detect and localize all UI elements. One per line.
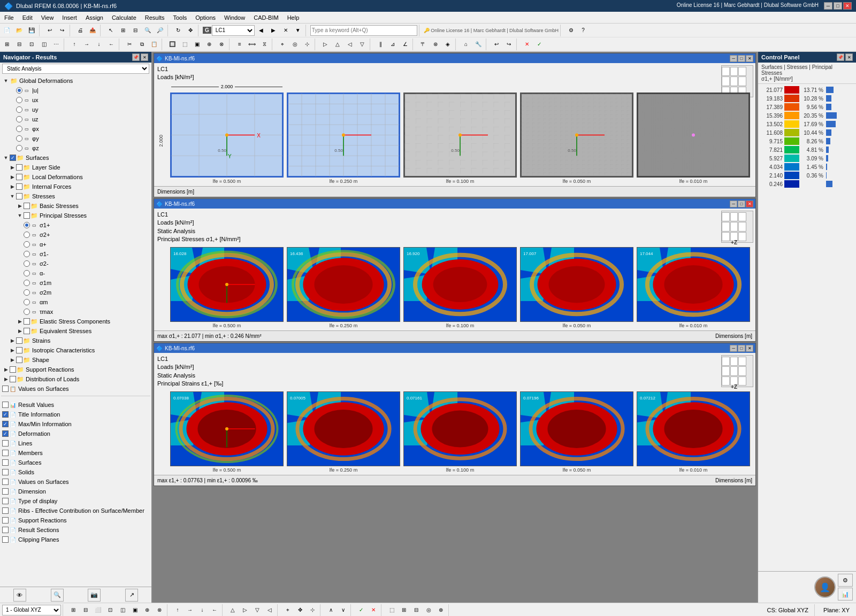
tb-open[interactable]: 📂 — [13, 25, 25, 36]
radio-uy[interactable] — [16, 106, 22, 113]
cp-btn-2[interactable]: 📊 — [838, 588, 853, 600]
tree-solids[interactable]: 📄 Solids — [1, 467, 150, 477]
radio-uz[interactable] — [16, 116, 22, 122]
tb-export[interactable]: 📤 — [87, 25, 98, 36]
nav-dropdown[interactable]: Static Analysis — [2, 64, 149, 74]
check-members[interactable] — [2, 450, 9, 456]
tb2-7[interactable]: → — [81, 38, 93, 50]
bt-x[interactable]: ✕ — [368, 604, 379, 616]
tree-tmax[interactable]: ▭ τmax — [1, 307, 150, 317]
bt-1[interactable]: ⊞ — [67, 604, 79, 616]
bt-3[interactable]: ⬜ — [92, 604, 104, 616]
tree-shape[interactable]: ▶ 📁 Shape — [1, 355, 150, 365]
radio-phiz[interactable] — [16, 145, 22, 151]
bt-24[interactable]: ⊟ — [410, 604, 422, 616]
tb2-15[interactable]: ▣ — [191, 38, 203, 50]
tree-equiv-stress[interactable]: ▶ 📁 Equivalent Stresses — [1, 326, 150, 336]
radio-s1mm[interactable] — [24, 280, 30, 286]
bt-18[interactable]: ✥ — [294, 604, 306, 616]
tree-s1m[interactable]: ▭ σ1- — [1, 249, 150, 259]
check-lines[interactable] — [2, 440, 9, 446]
check-result-values[interactable] — [2, 402, 9, 408]
tb2-9[interactable]: ← — [105, 38, 117, 50]
tree-phiz[interactable]: ▭ φz — [1, 143, 150, 153]
tb2-21[interactable]: ⌖ — [277, 38, 288, 50]
tree-internal-forces[interactable]: ▶ 📁 Internal Forces — [1, 182, 150, 191]
tb2-20[interactable]: ⧖ — [258, 38, 270, 50]
panel-stresses-close[interactable]: ✕ — [746, 201, 753, 207]
tree-ribs[interactable]: 📄 Ribs - Effective Contribution on Surfa… — [1, 506, 150, 515]
bt-2[interactable]: ⊟ — [80, 604, 91, 616]
tree-type-display[interactable]: 📄 Type of display — [1, 496, 150, 506]
check-type-display[interactable] — [2, 498, 9, 504]
menu-help[interactable]: Help — [283, 12, 304, 23]
tb2-24[interactable]: ▷ — [319, 38, 331, 50]
tree-s2m[interactable]: ▭ σ2- — [1, 259, 150, 268]
bt-21[interactable]: ∨ — [337, 604, 349, 616]
tree-result-values[interactable]: 📊 Result Values — [1, 400, 150, 410]
tb-settings[interactable]: ⚙ — [565, 25, 577, 36]
bt-6[interactable]: ▣ — [129, 604, 141, 616]
check-values-on-surf[interactable] — [2, 479, 9, 485]
tb2-undo2[interactable]: ↩ — [491, 38, 502, 50]
lc-combo[interactable]: LC1 — [212, 25, 255, 36]
coord-system-select[interactable]: 1 - Global XYZ — [2, 605, 61, 615]
tb2-cp[interactable]: 🔧 — [472, 38, 484, 50]
tree-amm[interactable]: ▭ αm — [1, 297, 150, 307]
bt-16[interactable]: ◁ — [264, 604, 276, 616]
tb-zoom-in[interactable]: 🔍 — [142, 25, 154, 36]
menu-insert[interactable]: Insert — [58, 12, 81, 23]
radio-s2mm[interactable] — [24, 289, 30, 296]
check-shape[interactable] — [16, 357, 22, 363]
bt-25[interactable]: ◎ — [423, 604, 434, 616]
search-input[interactable] — [310, 25, 417, 36]
tb2-30[interactable]: ∠ — [399, 38, 411, 50]
tb-filter[interactable]: ▼ — [292, 25, 304, 36]
tb-move[interactable]: ✥ — [185, 25, 196, 36]
check-dist-loads[interactable] — [10, 376, 16, 382]
check-clipping[interactable] — [2, 536, 9, 543]
nav-close[interactable]: ✕ — [141, 53, 148, 61]
panel-loads-max[interactable]: □ — [738, 55, 745, 62]
tb2-28[interactable]: ∥ — [374, 38, 386, 50]
tree-maxmin-info[interactable]: ✓ 📄 Max/Min Information — [1, 419, 150, 429]
bt-7[interactable]: ⊕ — [141, 604, 153, 616]
menu-results[interactable]: Results — [141, 12, 169, 23]
radio-u-abs[interactable] — [16, 87, 22, 94]
tb-redo[interactable]: ↪ — [56, 25, 68, 36]
check-internal-forces[interactable] — [16, 183, 22, 190]
check-maxmin-info[interactable]: ✓ — [2, 421, 9, 427]
check-isotropic[interactable] — [16, 347, 22, 353]
nav-cam[interactable]: 📷 — [88, 589, 101, 602]
tb-rotate[interactable]: ↻ — [172, 25, 184, 36]
tb2-16[interactable]: ⊕ — [203, 38, 215, 50]
bt-19[interactable]: ⊹ — [307, 604, 318, 616]
radio-phix[interactable] — [16, 126, 22, 132]
check-principal-stresses[interactable] — [24, 212, 30, 219]
tb2-31[interactable]: 〒 — [417, 38, 429, 50]
tree-title-info[interactable]: ✓ 📄 Title Information — [1, 410, 150, 419]
tree-support-react[interactable]: ▶ 📁 Support Reactions — [1, 365, 150, 374]
check-stresses[interactable] — [16, 193, 22, 199]
tb-view1[interactable]: ⊞ — [117, 25, 129, 36]
tb2-27[interactable]: ▽ — [356, 38, 368, 50]
tb2-x[interactable]: ✕ — [521, 38, 533, 50]
bt-8[interactable]: ⊗ — [154, 604, 165, 616]
check-equiv-stress[interactable] — [24, 328, 30, 334]
check-dimension[interactable] — [2, 488, 9, 495]
tb-next-lc[interactable]: ▶ — [268, 25, 279, 36]
check-deformation[interactable]: ✓ — [2, 430, 9, 437]
bt-14[interactable]: ▷ — [239, 604, 251, 616]
radio-s1p[interactable] — [24, 222, 30, 228]
tb2-26[interactable]: ◁ — [344, 38, 356, 50]
tb-prev-lc[interactable]: ◀ — [255, 25, 267, 36]
nav-zoom[interactable]: 🔍 — [51, 589, 64, 602]
tree-principal-stresses[interactable]: ▼ 📁 Principal Stresses — [1, 211, 150, 220]
menu-tools[interactable]: Tools — [169, 12, 191, 23]
menu-file[interactable]: File — [0, 12, 18, 23]
tb2-redo2[interactable]: ↪ — [503, 38, 515, 50]
bt-12[interactable]: ← — [209, 604, 220, 616]
tb2-19[interactable]: ⟺ — [246, 38, 258, 50]
tree-lines[interactable]: 📄 Lines — [1, 438, 150, 448]
maximize-button[interactable]: □ — [834, 2, 842, 10]
